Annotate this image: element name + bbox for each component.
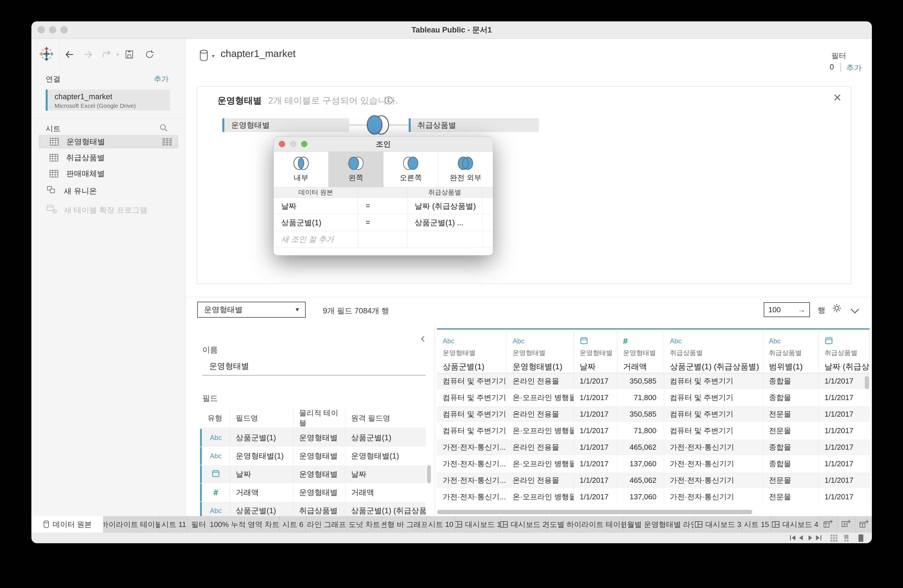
join-type-full[interactable]: 완전 외부 xyxy=(438,152,493,187)
save-button-icon[interactable] xyxy=(124,39,134,70)
connection-card[interactable]: chapter1_market Microsoft Excel (Google … xyxy=(46,89,170,111)
dialog-close-button[interactable] xyxy=(279,141,285,147)
left-table-pill[interactable]: 운영형태별 xyxy=(222,118,349,132)
tab-1[interactable]: 하이라이트 테이블 xyxy=(104,516,160,533)
new-worksheet-button[interactable] xyxy=(820,516,837,533)
redo-button-icon[interactable] xyxy=(101,39,112,70)
collapse-panel-icon[interactable]: ‹ xyxy=(421,332,425,344)
clause-right-field[interactable]: 상품군별(1) ... xyxy=(407,215,482,231)
grid-column-header[interactable]: Abc운영형태별상품군별(1) xyxy=(437,328,507,373)
right-table-pill[interactable]: 취급상품별 xyxy=(409,118,539,132)
field-row[interactable]: Abc운영형태별(1)운영형태별운영형태별(1) xyxy=(200,447,426,465)
grid-column-header[interactable]: Abc운영형태별운영형태별(1) xyxy=(507,328,574,373)
view-data-icon[interactable] xyxy=(162,138,173,146)
string-type-icon: Abc xyxy=(513,337,524,345)
tab-14[interactable]: 대시보드 3 xyxy=(694,516,743,533)
tab-7[interactable]: 도넛 차트 xyxy=(347,516,382,533)
tab-10[interactable]: 대시보드 1 xyxy=(455,516,500,533)
status-bar xyxy=(31,533,872,543)
clause-operator[interactable]: = xyxy=(358,198,407,214)
gear-icon[interactable] xyxy=(831,303,842,315)
tab-6[interactable]: 라인 그래프 xyxy=(306,516,347,533)
grid-column-header[interactable]: 취급상품별날짜 (취급상품별) xyxy=(819,328,870,373)
row-count-input[interactable]: 100 → xyxy=(764,302,810,317)
grid-cell: 가전·전자·통신기기 xyxy=(664,489,763,505)
right-table-label: 취급상품별 xyxy=(417,120,456,130)
join-type-left[interactable]: 왼쪽 xyxy=(329,152,383,187)
fields-table-scrollbar[interactable] xyxy=(427,465,431,483)
chevron-down-icon[interactable] xyxy=(851,305,859,314)
tab-9[interactable]: 시트 10 xyxy=(427,516,455,533)
tab-3[interactable]: 필터 xyxy=(188,516,210,533)
add-connection-link[interactable]: 추가 xyxy=(154,74,169,84)
string-type-icon: Abc xyxy=(443,337,455,345)
table-row: 컴퓨터 및 주변기기온·오프라인 병행몰1/1/201771,800컴퓨터 및 … xyxy=(437,390,870,406)
join-panel-subtitle: 2개 테이블로 구성되어 있습니다. xyxy=(268,95,398,107)
clause-operator[interactable]: = xyxy=(358,215,407,231)
table-selector-dropdown[interactable]: 운영형태별 ▼ xyxy=(197,302,306,318)
name-value[interactable]: 운영형태별 xyxy=(209,361,249,372)
forward-button-icon[interactable] xyxy=(83,39,93,70)
apply-rows-arrow-icon[interactable]: → xyxy=(798,306,805,314)
grid-column-header[interactable]: 운영형태별날짜 xyxy=(574,328,617,373)
sheet-grid-icon xyxy=(49,169,59,179)
new-story-button[interactable] xyxy=(855,516,872,533)
join-type-right[interactable]: 오른쪽 xyxy=(384,152,438,187)
field-row[interactable]: #거래액운영형태별거래액 xyxy=(200,484,426,501)
tab-datasource[interactable]: 데이터 원본 xyxy=(31,516,104,533)
dialog-zoom-button[interactable] xyxy=(301,141,307,147)
tab-11[interactable]: 대시보드 2 xyxy=(500,516,546,533)
clause-left-field[interactable]: 날짜 xyxy=(274,198,358,214)
grid-column-header[interactable]: #운영형태별거래액 xyxy=(617,328,664,373)
sheet-navigation-icons[interactable] xyxy=(788,534,823,543)
tab-label: 데이터 원본 xyxy=(52,519,91,530)
tab-2[interactable]: 시트 11 xyxy=(160,516,188,533)
grid-column-header[interactable]: Abc취급상품별상품군별(1) (취급상품별) xyxy=(664,328,763,373)
field-row[interactable]: 날짜운영형태별날짜 xyxy=(200,466,426,483)
add-join-clause-row[interactable]: 새 조인 절 추가 xyxy=(274,231,493,248)
field-row[interactable]: Abc상품군별(1)운영형태별상품군별(1) xyxy=(200,429,426,447)
horizontal-scrollbar[interactable] xyxy=(437,510,752,514)
grid-cell: 전문몰 xyxy=(763,423,819,439)
join-venn-icon[interactable] xyxy=(363,114,392,137)
datasource-title[interactable]: chapter1_market xyxy=(220,48,296,59)
tab-12[interactable]: 연도별 하이라이트 테이블 xyxy=(546,516,624,533)
back-button-icon[interactable] xyxy=(64,39,75,70)
sheet-item-1[interactable]: 운영형태별 xyxy=(39,135,178,148)
close-icon[interactable]: × xyxy=(833,91,842,104)
vertical-scrollbar[interactable] xyxy=(865,376,869,389)
grid-cell: 컴퓨터 및 주변기기 xyxy=(437,373,507,389)
join-clause-row[interactable]: 상품군별(1)=상품군별(1) ... xyxy=(274,215,493,231)
join-type-inner[interactable]: 내부 xyxy=(274,152,329,187)
clause-left-field[interactable]: 상품군별(1) xyxy=(274,215,358,231)
refresh-button-icon[interactable] xyxy=(145,39,155,70)
tab-8[interactable]: 변형 바 그래프 xyxy=(382,516,427,533)
tab-4[interactable]: 100% 누적 영역 차트 xyxy=(210,516,280,533)
tab-15[interactable]: 시트 15 xyxy=(743,516,771,533)
new-union-button[interactable]: 새 유니온 xyxy=(46,185,97,196)
grid-cell: 전문몰 xyxy=(763,406,819,422)
grid-column-header[interactable]: Abc취급상품별범위별(1) xyxy=(763,328,819,373)
field-type-cell: Abc xyxy=(202,429,230,447)
tab-13[interactable]: 연월별 운영형태별 라인 xyxy=(624,516,694,533)
join-type-label: 오른쪽 xyxy=(400,173,422,183)
new-dashboard-button[interactable] xyxy=(837,516,855,533)
grid-cell: 1/1/2017 xyxy=(574,472,617,488)
search-icon[interactable] xyxy=(159,123,168,133)
database-icon[interactable] xyxy=(198,49,209,63)
datasource-canvas: ▾ chapter1_market 필터 0 추가 운영형태별 2개 테이블로 … xyxy=(186,39,872,516)
column-type-icon: # xyxy=(623,336,664,346)
info-icon[interactable] xyxy=(384,96,393,106)
sheet-item-2[interactable]: 취급상품별 xyxy=(39,151,178,164)
add-filter-link[interactable]: 추가 xyxy=(846,63,862,73)
join-clause-row[interactable]: 날짜=날짜 (취급상품별) xyxy=(274,198,493,215)
tab-16[interactable]: 대시보드 4 xyxy=(771,516,820,533)
database-caret-icon[interactable]: ▾ xyxy=(212,53,215,59)
tab-5[interactable]: 시트 6 xyxy=(280,516,306,533)
redo-caret-icon[interactable]: ▾ xyxy=(116,39,119,70)
clause-right-field[interactable]: 날짜 (취급상품별) xyxy=(407,198,482,214)
sheet-item-3[interactable]: 판매매체별 xyxy=(39,167,178,180)
view-mode-icons[interactable] xyxy=(830,534,867,543)
field-row[interactable]: Abc상품군별(1)취급상품별상품군별(1) (취급상품별) xyxy=(200,502,426,516)
add-clause-label[interactable]: 새 조인 절 추가 xyxy=(274,231,358,247)
